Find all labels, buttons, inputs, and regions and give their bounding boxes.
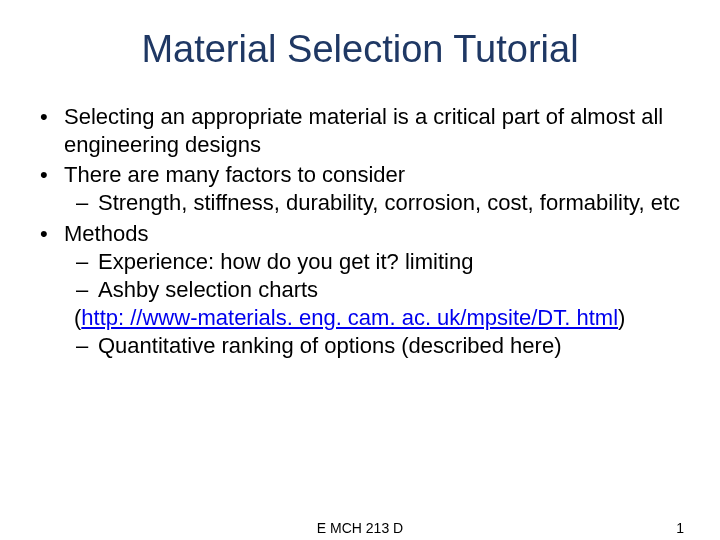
sub-text: Experience: how do you get it? limiting — [98, 249, 473, 274]
bullet-text: There are many factors to consider — [64, 162, 405, 187]
sub-item: Ashby selection charts — [74, 276, 690, 304]
bullet-item-2: There are many factors to consider Stren… — [36, 161, 690, 217]
sub-item: Strength, stiffness, durability, corrosi… — [74, 189, 690, 217]
bullet-text: Methods — [64, 221, 148, 246]
bullet-list: Selecting an appropriate material is a c… — [36, 103, 690, 360]
sub-item: Experience: how do you get it? limiting — [74, 248, 690, 276]
bullet-item-1: Selecting an appropriate material is a c… — [36, 103, 690, 159]
sub-text: Ashby selection charts — [98, 277, 318, 302]
sub-list: Quantitative ranking of options (describ… — [74, 332, 690, 360]
footer-course-code: E MCH 213 D — [0, 520, 720, 536]
link-line: (http: //www-materials. eng. cam. ac. uk… — [64, 304, 690, 332]
slide: Material Selection Tutorial Selecting an… — [0, 0, 720, 540]
ashby-link[interactable]: http: //www-materials. eng. cam. ac. uk/… — [81, 305, 618, 330]
footer-page-number: 1 — [676, 520, 684, 536]
sub-list: Strength, stiffness, durability, corrosi… — [74, 189, 690, 217]
bullet-text: Selecting an appropriate material is a c… — [64, 104, 663, 157]
slide-title: Material Selection Tutorial — [30, 28, 690, 71]
sub-text: Quantitative ranking of options (describ… — [98, 333, 561, 358]
sub-item: Quantitative ranking of options (describ… — [74, 332, 690, 360]
sub-list: Experience: how do you get it? limiting … — [74, 248, 690, 304]
bullet-item-3: Methods Experience: how do you get it? l… — [36, 220, 690, 361]
paren-close: ) — [618, 305, 625, 330]
sub-text: Strength, stiffness, durability, corrosi… — [98, 190, 680, 215]
